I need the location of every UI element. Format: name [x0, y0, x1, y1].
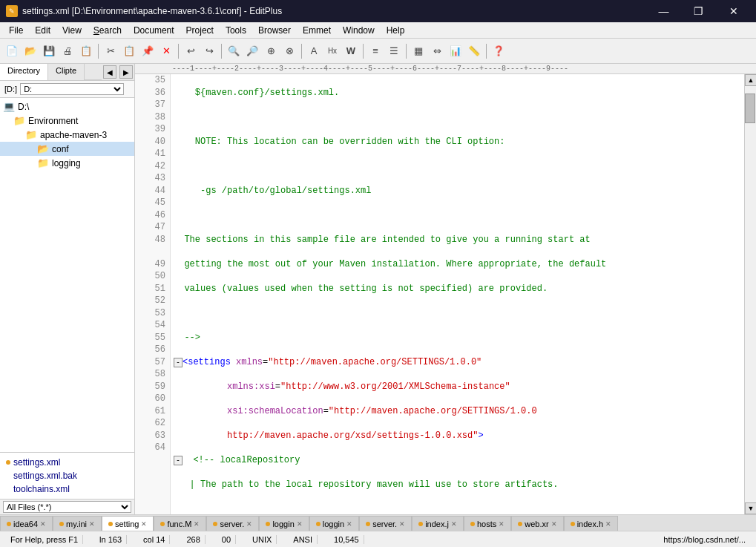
code-content[interactable]: ${maven.conf}/settings.xml. NOTE: This l… [171, 74, 744, 514]
undo-button[interactable]: ↩ [182, 42, 200, 60]
code-line-48: xsi:schemaLocation="http://maven.apache.… [174, 405, 741, 418]
tab-webxr[interactable]: web.xr ✕ [511, 516, 563, 531]
tab-dot-icon11 [518, 522, 522, 526]
menu-document[interactable]: Document [128, 22, 180, 38]
status-col: col 14 [139, 535, 170, 544]
file-item-settings-xml[interactable]: settings.xml [0, 456, 134, 469]
tab-server1[interactable]: server. ✕ [206, 516, 259, 531]
title-bar: ✎ settings.xml [D:\Environment\apache-ma… [0, 0, 756, 22]
fold-46[interactable]: - [174, 358, 183, 367]
sidebar-nav-next[interactable]: ▶ [119, 65, 133, 79]
tab-label-myini: my.ini [66, 520, 87, 528]
bold-button[interactable]: W [342, 42, 360, 60]
tab-indexh[interactable]: index.h ✕ [564, 516, 618, 531]
scroll-track[interactable] [745, 86, 756, 502]
tab-settings[interactable]: setting ✕ [102, 516, 154, 531]
tab-idea64[interactable]: idea64 ✕ [0, 516, 53, 531]
tab-func[interactable]: func.M ✕ [154, 516, 206, 531]
file-label-toolchains: toolchains.xml [13, 484, 70, 494]
close-button[interactable]: ✕ [717, 0, 750, 22]
menu-project[interactable]: Project [180, 22, 220, 38]
menu-search[interactable]: Search [88, 22, 128, 38]
tab-label-idea64: idea64 [13, 520, 38, 528]
tab-close-settings-icon[interactable]: ✕ [141, 520, 147, 528]
find-button[interactable]: 🔍 [225, 42, 243, 60]
tab-close-indexh-icon[interactable]: ✕ [605, 520, 611, 528]
sidebar-nav-prev[interactable]: ◀ [103, 65, 116, 79]
tab-login1[interactable]: loggin ✕ [259, 516, 309, 531]
tab-close-server1-icon[interactable]: ✕ [246, 520, 252, 528]
tab-server2[interactable]: server. ✕ [359, 516, 412, 531]
tab-close-myini-icon[interactable]: ✕ [89, 520, 95, 528]
copy-button[interactable]: 📋 [120, 42, 138, 60]
drive-dropdown[interactable]: [D:] D: C: [0, 81, 134, 98]
drive-select[interactable]: D: C: [20, 83, 124, 95]
scroll-thumb[interactable] [745, 94, 755, 123]
toolbar-sep-1 [98, 44, 99, 59]
tab-login2[interactable]: loggin ✕ [309, 516, 359, 531]
tree-item-conf[interactable]: 📂 conf [0, 142, 134, 156]
tab-close-hosts-icon[interactable]: ✕ [499, 520, 504, 528]
save-button[interactable]: 💾 [40, 42, 58, 60]
tab-close-indexj-icon[interactable]: ✕ [451, 520, 457, 528]
search3-button[interactable]: ⊗ [280, 42, 298, 60]
maximize-button[interactable]: ❐ [682, 0, 715, 22]
font-button[interactable]: A [305, 42, 323, 60]
paste-button[interactable]: 📌 [139, 42, 157, 60]
file-filter-select[interactable]: All Files (*.*) [3, 501, 131, 513]
menu-emmet[interactable]: Emmet [297, 22, 337, 38]
tree-item-maven[interactable]: 📁 apache-maven-3 [0, 128, 134, 142]
menu-browser[interactable]: Browser [252, 22, 297, 38]
vertical-scrollbar[interactable]: ▲ ▼ [744, 74, 756, 514]
delete-button[interactable]: ✕ [157, 42, 175, 60]
editor-scroll[interactable]: 35 36 37 38 39 40 41 42 43 44 45 46 47 4… [135, 74, 756, 514]
tab-close-server2-icon[interactable]: ✕ [399, 520, 405, 528]
menu-window[interactable]: Window [337, 22, 381, 38]
indent-button[interactable]: ≡ [367, 42, 384, 60]
tree-item-d[interactable]: 💻 D:\ [0, 99, 134, 114]
find-replace-button[interactable]: 🔎 [243, 42, 261, 60]
tab-close-login1-icon[interactable]: ✕ [297, 520, 303, 528]
file-item-settings-bak[interactable]: settings.xml.bak [0, 469, 134, 482]
tab-hosts[interactable]: hosts ✕ [464, 516, 511, 531]
unindent-button[interactable]: ☰ [385, 42, 403, 60]
preview-button[interactable]: 📋 [77, 42, 95, 60]
ruler-button[interactable]: 📏 [465, 42, 483, 60]
scroll-up-button[interactable]: ▲ [745, 74, 756, 86]
toolbar-sep-4 [301, 44, 302, 59]
tab-dot-icon3 [108, 522, 113, 526]
fold-49[interactable]: - [174, 456, 183, 465]
linenums-button[interactable]: 📊 [447, 42, 464, 60]
menu-view[interactable]: View [56, 22, 88, 38]
menu-file[interactable]: File [3, 22, 29, 38]
menu-tools[interactable]: Tools [220, 22, 252, 38]
wordwrap-button[interactable]: ⇔ [428, 42, 446, 60]
search2-button[interactable]: ⊕ [262, 42, 280, 60]
tree-item-logging[interactable]: 📁 logging [0, 156, 134, 170]
redo-button[interactable]: ↪ [200, 42, 218, 60]
minimize-button[interactable]: — [647, 0, 680, 22]
tab-close-login2-icon[interactable]: ✕ [346, 520, 352, 528]
file-item-toolchains[interactable]: toolchains.xml [0, 482, 134, 496]
menu-edit[interactable]: Edit [29, 22, 56, 38]
tab-close-icon[interactable]: ✕ [40, 520, 46, 528]
menu-bar: File Edit View Search Document Project T… [0, 22, 756, 39]
cut-button[interactable]: ✂ [102, 42, 119, 60]
tab-close-func-icon[interactable]: ✕ [194, 520, 200, 528]
status-bar: For Help, press F1 ln 163 col 14 268 00 … [0, 531, 756, 547]
tab-myini[interactable]: my.ini ✕ [53, 516, 102, 531]
open-button[interactable]: 📂 [22, 42, 39, 60]
fontsize-button[interactable]: Hx [323, 42, 341, 60]
help-button[interactable]: ❓ [490, 42, 507, 60]
tab-clipboard[interactable]: Clipte [48, 64, 85, 80]
scroll-down-button[interactable]: ▼ [745, 502, 756, 514]
menu-help[interactable]: Help [381, 22, 411, 38]
tab-indexj[interactable]: index.j ✕ [412, 516, 464, 531]
status-charset: ANSI [289, 535, 318, 544]
tree-item-environment[interactable]: 📁 Environment [0, 114, 134, 128]
tab-directory[interactable]: Directory [0, 64, 48, 80]
print-button[interactable]: 🖨 [59, 42, 76, 60]
tab-close-webxr-icon[interactable]: ✕ [551, 520, 557, 528]
column-button[interactable]: ▦ [410, 42, 427, 60]
new-button[interactable]: 📄 [3, 42, 21, 60]
